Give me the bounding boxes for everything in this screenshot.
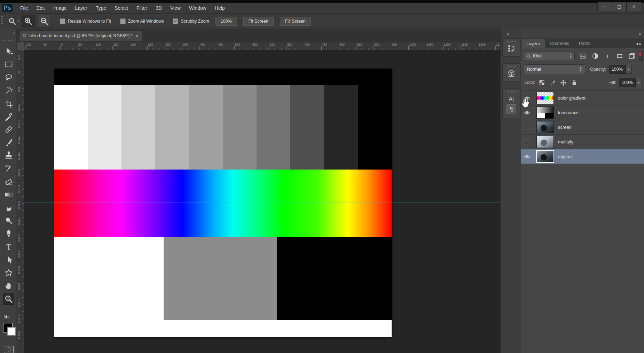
maximize-button[interactable]: ▢ (612, 2, 627, 11)
menu-item[interactable]: Type (96, 5, 106, 11)
fill-dropdown-arrow[interactable]: ▼ (636, 78, 642, 87)
layer-name[interactable]: luminance (558, 110, 579, 115)
zoom-100-button[interactable]: 100% (215, 17, 237, 26)
background-color-swatch[interactable] (7, 327, 16, 336)
clone-stamp-tool[interactable] (3, 150, 14, 161)
fill-screen-button[interactable]: Fill Screen (280, 17, 311, 26)
layer-thumbnail[interactable] (536, 92, 554, 104)
path-selection-tool[interactable] (3, 254, 14, 265)
menu-item[interactable]: View (170, 5, 181, 11)
option-checkbox[interactable]: Resize Windows to Fit (60, 18, 111, 24)
canvas-pasteboard[interactable] (24, 50, 500, 353)
eyedropper-tool[interactable] (3, 111, 14, 122)
layer-visibility-toggle[interactable] (521, 120, 533, 134)
panel-grip[interactable] (507, 66, 516, 67)
options-grip[interactable] (1, 16, 3, 26)
menu-item[interactable]: Filter (136, 5, 147, 11)
lock-position[interactable] (560, 79, 567, 86)
menu-item[interactable]: Edit (37, 5, 45, 11)
quick-selection-tool[interactable] (3, 85, 14, 96)
pen-tool[interactable] (3, 228, 14, 240)
menu-item[interactable]: Layer (75, 5, 87, 11)
lasso-tool[interactable] (3, 72, 14, 83)
layer-thumbnail[interactable] (536, 107, 554, 119)
menu-item[interactable]: 3D (156, 5, 162, 11)
horizontal-guide[interactable] (24, 203, 500, 203)
layer-row[interactable]: color gradient (521, 91, 644, 105)
lock-all[interactable] (571, 79, 578, 86)
zoom-tool[interactable] (3, 293, 14, 305)
move-tool[interactable] (3, 46, 14, 57)
zoom-in-button[interactable] (22, 15, 35, 28)
lock-pixels[interactable] (549, 79, 556, 86)
tab-close-icon[interactable]: × (135, 33, 138, 39)
close-button[interactable]: ✕ (627, 2, 641, 11)
opacity-dropdown-arrow[interactable]: ▼ (626, 65, 632, 74)
fill-value[interactable]: 100% (619, 78, 636, 87)
lock-transparency[interactable] (539, 79, 545, 86)
layer-name[interactable]: original (558, 154, 573, 159)
option-checkbox[interactable]: ✓ Scrubby Zoom (173, 18, 209, 24)
panel-grip[interactable] (507, 41, 516, 42)
menu-item[interactable]: Image (53, 5, 67, 11)
layer-visibility-toggle[interactable] (521, 91, 533, 105)
gradient-tool[interactable] (3, 189, 14, 200)
menu-item[interactable]: Window (189, 5, 206, 11)
layer-row[interactable]: screen (521, 120, 644, 135)
vertical-ruler[interactable]: 5005010015020025030035040045050055060065… (16, 50, 24, 353)
smart-object-filter[interactable] (628, 52, 636, 60)
panel-tab[interactable]: Channels (545, 39, 574, 48)
character-panel[interactable]: A| (507, 94, 516, 103)
layer-filter-toggle[interactable] (639, 51, 643, 61)
layer-row[interactable]: luminance (521, 105, 644, 120)
smudge-tool[interactable] (3, 202, 14, 213)
ruler-origin-box[interactable] (16, 42, 24, 51)
history-panel[interactable] (507, 44, 516, 53)
swap-colors-button[interactable] (2, 314, 11, 321)
toolbar-grip[interactable] (3, 40, 13, 41)
history-brush-tool[interactable] (3, 163, 14, 174)
custom-shape-tool[interactable] (3, 267, 14, 279)
panel-tab[interactable]: Layers (521, 39, 545, 48)
menu-item[interactable]: Select (115, 5, 128, 11)
layer-filter-dropdown[interactable]: Kind ▲▼ (524, 51, 575, 61)
layer-visibility-toggle[interactable] (521, 149, 533, 164)
layer-name[interactable]: multiply (558, 139, 573, 144)
tool-preset-arrow[interactable]: ▾ (17, 19, 19, 23)
pixel-layers-filter[interactable] (579, 52, 587, 60)
layer-thumbnail[interactable] (536, 121, 554, 133)
adjustment-layers-filter[interactable] (591, 52, 599, 60)
type-tool[interactable]: T (3, 241, 14, 252)
shape-layers-filter[interactable] (616, 52, 623, 60)
opacity-value[interactable]: 100% (609, 65, 626, 74)
paragraph-panel[interactable]: ¶ (506, 104, 516, 114)
type-layers-filter[interactable]: T (604, 52, 611, 60)
zoom-tool-icon[interactable] (8, 17, 17, 26)
layer-name[interactable]: screen (558, 125, 572, 130)
panel-menu-button[interactable]: ▾≡ (636, 39, 641, 48)
layer-name[interactable]: color gradient (558, 95, 586, 101)
healing-brush-tool[interactable] (3, 124, 14, 135)
panel-grip[interactable] (507, 91, 516, 92)
dodge-tool[interactable] (3, 215, 14, 226)
document-tab[interactable]: © blend-mode-tutorial.psd @ 66.7% (origi… (19, 31, 142, 41)
brush-tool[interactable] (3, 137, 14, 148)
dock-collapse-chevron[interactable]: « (507, 32, 509, 36)
layer-thumbnail[interactable] (536, 150, 554, 163)
properties-panel[interactable] (507, 69, 516, 78)
fit-screen-button[interactable]: Fit Screen (243, 17, 274, 26)
menu-item[interactable]: Help (215, 5, 225, 11)
layer-visibility-toggle[interactable] (521, 105, 533, 120)
toolbar-collapse-chevron[interactable]: » (13, 31, 14, 35)
crop-tool[interactable] (3, 98, 14, 109)
menu-item[interactable]: File (20, 5, 28, 11)
blend-mode-dropdown[interactable]: Normal ▲▼ (524, 64, 585, 74)
layer-thumbnail[interactable] (536, 136, 554, 148)
minimize-button[interactable]: – (597, 2, 612, 11)
dock-expand-chevron[interactable]: » (639, 32, 641, 36)
quick-mask-button[interactable] (4, 346, 14, 353)
option-checkbox[interactable]: Zoom All Windows (120, 18, 164, 24)
layer-visibility-toggle[interactable] (521, 135, 533, 149)
eraser-tool[interactable] (3, 176, 14, 187)
marquee-tool[interactable] (3, 59, 14, 70)
